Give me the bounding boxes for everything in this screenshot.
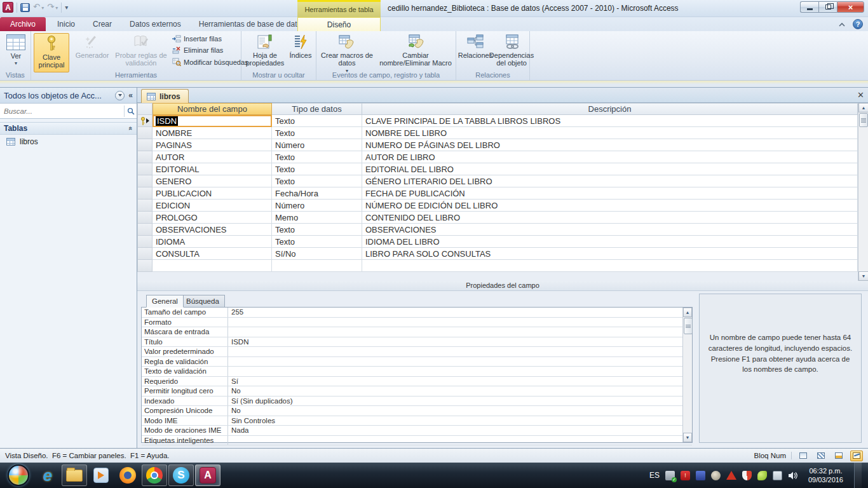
field-desc-cell[interactable]: EDITORIAL DEL LIBRO	[362, 163, 858, 175]
scroll-up-icon[interactable]: ▲	[858, 103, 868, 112]
security-shield-icon[interactable]	[742, 471, 752, 480]
taskbar-firefox[interactable]	[115, 464, 140, 486]
row-selector[interactable]	[137, 163, 153, 175]
field-desc-cell[interactable]: GÉNERO LITERARIO DEL LIBRO	[362, 175, 858, 187]
tab-archivo[interactable]: Archivo	[0, 17, 46, 31]
field-type-cell[interactable]: Texto	[272, 236, 362, 248]
close-object-icon[interactable]: ✕	[857, 90, 864, 100]
search-icon[interactable]	[124, 105, 137, 117]
field-desc-cell[interactable]: AUTOR DE LIBRO	[362, 151, 858, 163]
search-input[interactable]	[0, 104, 124, 118]
shutter-close-icon[interactable]: «	[128, 91, 133, 100]
field-row[interactable]: PUBLICACION Fecha/Hora FECHA DE PUBLICAC…	[137, 187, 858, 200]
usb-device-icon[interactable]: ✓	[665, 471, 675, 480]
access-app-icon[interactable]: A	[3, 2, 13, 13]
field-desc-cell[interactable]: NOMBRE DEL LIBRO	[362, 127, 858, 139]
column-header-descripcion[interactable]: Descripción	[362, 103, 858, 115]
property-row[interactable]: Permitir longitud ceroNo	[142, 386, 692, 396]
row-selector[interactable]	[137, 187, 153, 200]
taskbar-skype[interactable]: S	[168, 464, 194, 486]
update-agent-icon[interactable]	[711, 471, 721, 480]
design-view-button[interactable]	[850, 451, 863, 461]
tab-diseno[interactable]: Diseño	[297, 17, 381, 31]
field-name-cell[interactable]: ISDN	[153, 115, 272, 127]
field-desc-cell[interactable]: OBSERVACIONES	[362, 224, 858, 236]
field-row[interactable]: IDIOMA Texto IDIOMA DEL LIBRO	[137, 236, 858, 248]
property-row[interactable]: Tamaño del campo255	[142, 308, 692, 318]
datasheet-view-button[interactable]	[797, 451, 810, 461]
row-selector[interactable]	[137, 224, 153, 236]
pivotchart-view-button[interactable]	[832, 451, 845, 461]
ver-button[interactable]: Ver ▾	[4, 33, 27, 67]
restore-button[interactable]	[818, 1, 837, 13]
property-row[interactable]: RequeridoSí	[142, 377, 692, 387]
field-type-cell[interactable]: Texto	[272, 151, 362, 163]
column-header-tipo[interactable]: Tipo de datos	[272, 103, 362, 115]
field-row[interactable]: CONSULTA Sí/No LIBRO PARA SOLO CONSULTAS	[137, 248, 858, 260]
field-name-cell[interactable]: PUBLICACION	[153, 187, 272, 200]
help-icon[interactable]: ?	[853, 19, 863, 29]
property-row[interactable]: Modo IMESin Controles	[142, 416, 692, 426]
tab-herramientas-bd[interactable]: Herramientas de base de datos	[190, 17, 314, 31]
show-desktop-button[interactable]	[854, 463, 862, 488]
property-row[interactable]: Texto de validación	[142, 367, 692, 377]
row-selector[interactable]	[137, 175, 153, 187]
tab-general[interactable]: General	[146, 295, 184, 308]
network-icon[interactable]	[773, 471, 782, 480]
save-icon[interactable]	[20, 3, 30, 12]
close-button[interactable]: ×	[837, 1, 864, 13]
field-desc-cell[interactable]: IDIOMA DEL LIBRO	[362, 236, 858, 248]
scroll-up-icon[interactable]: ▲	[683, 308, 692, 317]
row-selector[interactable]	[137, 260, 153, 272]
property-row[interactable]: IndexadoSí (Sin duplicados)	[142, 396, 692, 407]
field-type-cell[interactable]: Texto	[272, 127, 362, 139]
minimize-button[interactable]	[800, 1, 818, 13]
nav-item-libros[interactable]: libros	[0, 135, 137, 148]
row-selector[interactable]	[137, 127, 153, 139]
property-row[interactable]: TítuloISDN	[142, 337, 692, 348]
field-desc-cell[interactable]: CLAVE PRINCIPAL DE LA TABBLA LIBROS LIBR…	[362, 115, 858, 127]
row-selector[interactable]	[137, 151, 153, 163]
property-row[interactable]: Formato	[142, 318, 692, 328]
scroll-down-icon[interactable]: ▼	[858, 271, 868, 281]
field-row[interactable]: EDICION Número NÚMERO DE EDICIÓN DEL LIB…	[137, 200, 858, 212]
field-row[interactable]: PROLOGO Memo CONTENIDO DEL LIBRO	[137, 212, 858, 224]
undo-icon[interactable]: ↶ ▾	[33, 3, 44, 12]
row-selector[interactable]	[137, 200, 153, 212]
wallet-agent-icon[interactable]	[757, 471, 767, 480]
nav-menu-icon[interactable]	[115, 91, 125, 100]
eliminar-filas-button[interactable]: Eliminar filas	[172, 46, 248, 54]
tab-libros[interactable]: libros	[141, 89, 189, 103]
qat-customize-icon[interactable]: ▾	[61, 3, 68, 13]
scroll-down-icon[interactable]: ▼	[683, 433, 692, 442]
scroll-thumb[interactable]	[859, 113, 868, 127]
grid-vertical-scrollbar[interactable]: ▲ ▼	[858, 103, 868, 281]
dependencias-button[interactable]: Dependencias del objeto	[493, 33, 530, 67]
row-selector[interactable]	[137, 212, 153, 224]
clock[interactable]: 06:32 p.m. 09/03/2016	[808, 466, 843, 485]
modificar-busquedas-button[interactable]: Modificar búsquedas	[172, 58, 248, 66]
field-name-cell[interactable]: AUTOR	[153, 151, 272, 163]
field-row[interactable]: OBSERVACIONES Texto OBSERVACIONES	[137, 224, 858, 236]
field-type-cell[interactable]: Texto	[272, 224, 362, 236]
pivottable-view-button[interactable]	[815, 451, 827, 461]
taskbar-internet-explorer[interactable]: e	[35, 464, 60, 486]
property-row[interactable]: Regla de validación	[142, 357, 692, 367]
tab-crear[interactable]: Crear	[84, 17, 121, 31]
field-name-cell[interactable]: EDITORIAL	[153, 163, 272, 175]
field-type-cell[interactable]: Texto	[272, 163, 362, 175]
field-type-cell[interactable]: Fecha/Hora	[272, 187, 362, 200]
start-button[interactable]	[8, 464, 29, 486]
field-desc-cell[interactable]: NÚMERO DE EDICIÓN DEL LIBRO	[362, 200, 858, 212]
tab-datos-externos[interactable]: Datos externos	[121, 17, 190, 31]
field-name-cell[interactable]: OBSERVACIONES	[153, 224, 272, 236]
taskbar-chrome[interactable]	[142, 464, 167, 486]
language-indicator[interactable]: ES	[649, 471, 660, 480]
nav-pane-header[interactable]: Todos los objetos de Acc... «	[0, 88, 137, 104]
column-header-nombre[interactable]: Nombre del campo	[153, 103, 272, 115]
field-name-cell[interactable]: NOMBRE	[153, 127, 272, 139]
field-name-cell[interactable]: CONSULTA	[153, 248, 272, 260]
field-name-cell[interactable]: GENERO	[153, 175, 272, 187]
row-selector[interactable]	[137, 236, 153, 248]
property-row[interactable]: Etiquetas inteligentes	[142, 436, 692, 446]
